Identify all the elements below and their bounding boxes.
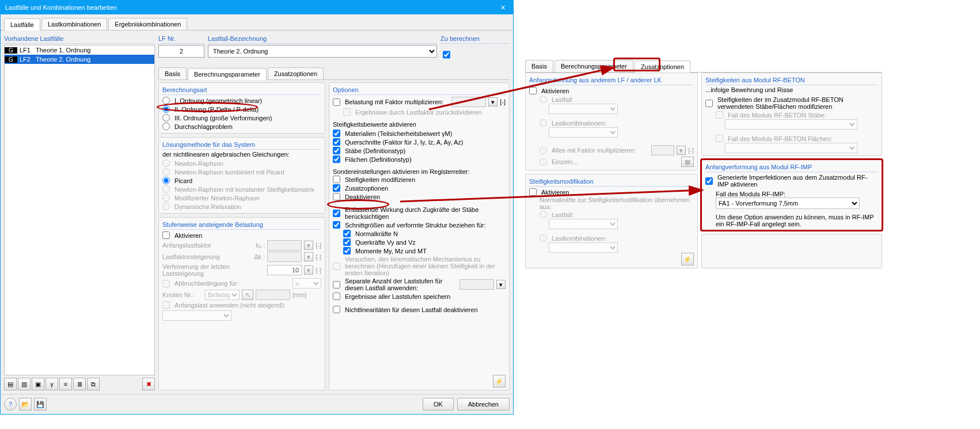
knoten-select: Beliebig (205, 290, 240, 300)
panel-anfangsdehnung: Anfangsdehnung aus anderem LF / anderer … (525, 73, 698, 170)
step-f3-input (267, 265, 302, 275)
imp-select[interactable]: FA1 - Vorverformung 7,5mm (716, 198, 860, 209)
bez-select[interactable]: Theorie 2. Ordnung (208, 45, 437, 58)
tb-gamma-icon[interactable]: γ (45, 378, 58, 390)
cb-beton-mod[interactable]: Steifigkeiten der im Zusatzmodul RF-BETO… (705, 96, 878, 111)
radio-ordnung1[interactable]: I. Ordnung (geometrisch linear) (162, 96, 321, 105)
main-tabs: Lastfälle Lastkombinationen Ergebniskomb… (1, 14, 513, 31)
step-header: Stufenweise ansteigende Belastung (162, 220, 321, 230)
spinner-icon: ▾ (677, 146, 686, 155)
lc-list[interactable]: G LF1 Theorie 1. Ordnung G LF2 Theorie 2… (4, 45, 155, 375)
cb-sm-akt[interactable]: Aktivieren (529, 188, 694, 196)
cb-entlastend[interactable]: Entlastende Wirkung durch Zugkräfte der … (333, 206, 506, 221)
cb-beton-staebe: Fall des Moduls RF-BETON Stäbe: (705, 111, 878, 119)
step-f2-input (267, 252, 302, 262)
laststufen-input (459, 279, 494, 290)
beton-sub: ...infolge Bewehrung und Risse (705, 86, 878, 93)
open-icon[interactable]: 📂 (19, 398, 32, 411)
tb-new-icon[interactable]: ▤ (4, 378, 17, 390)
tb-list1-icon[interactable]: ≡ (59, 378, 72, 390)
spinner-icon: ▾ (488, 97, 497, 107)
anf-lf-select (549, 104, 618, 114)
cb-flaechen[interactable]: Flächen (Definitionstyp) (333, 155, 506, 164)
imp-header: Anfangverformung aus Modul RF-IMP (705, 162, 878, 172)
lfnr-input[interactable] (158, 45, 204, 58)
dialog-loadcases: Lastfälle und Kombinationen bearbeiten ✕… (0, 0, 514, 415)
help-icon[interactable]: ? (4, 398, 17, 411)
cb-normalkraefte[interactable]: Normalkräfte N (333, 229, 506, 238)
subtab-zusatzoptionen[interactable]: Zusatzoptionen (268, 67, 324, 79)
cb-mat[interactable]: Materialien (Teilsicherheitsbeiwert γM) (333, 129, 506, 138)
pick-icon: ↖ (242, 290, 253, 300)
cb-anf-akt[interactable]: Aktivieren (529, 86, 694, 95)
calc-checkbox[interactable] (443, 48, 450, 61)
rb-anf-single: Einzeln...▦ (529, 156, 694, 168)
cb-anfangslast: Anfangslast anwenden (nicht steigend): (162, 301, 321, 309)
cb-querkraefte[interactable]: Querkräfte Vy and Vz (333, 238, 506, 246)
radio-ordnung2[interactable]: II. Ordnung (P-Delta / P-delta) (162, 105, 321, 113)
lightning-icon[interactable]: ⚡ (493, 375, 506, 388)
cb-schnitt-verformt[interactable]: Schnittgrößen auf verformte Struktur bez… (333, 221, 506, 229)
imp-label: Fall des Moduls RF-IMP: (705, 191, 878, 198)
calc-label: Zu berechnen (440, 34, 510, 44)
spinner-icon: ▾ (304, 252, 313, 261)
radio-newton: Newton-Raphson (162, 159, 321, 168)
tb-copy-icon[interactable]: ▣ (32, 378, 44, 390)
radio-mod-newton: Modifizierter Newton-Raphson (162, 193, 321, 202)
cb-abbruch: Abbruchbedingung für:u (162, 278, 321, 289)
lc-row-2[interactable]: G LF2 Theorie 2. Ordnung (5, 55, 154, 64)
panel-stufenweise: Stufenweise ansteigende Belastung Aktivi… (158, 217, 325, 390)
beton-header: Steifigkeiten aus Modul RF-BETON (705, 75, 878, 85)
tb-delete-icon[interactable]: ✖ (142, 378, 155, 390)
cb-imp-akt[interactable]: Generierte Imperfektionen aus dem Zusatz… (705, 173, 878, 188)
tb-add-icon[interactable]: ▥ (18, 378, 31, 390)
tb-list2-icon[interactable]: ≣ (73, 378, 86, 390)
cb-staebe[interactable]: Stäbe (Definitionstyp) (333, 146, 506, 155)
cb-nichtlin-deakt[interactable]: Nichtlinearitäten für diesen Lastfall de… (333, 305, 506, 314)
tab-ergebniskombinationen[interactable]: Ergebniskombinationen (108, 18, 187, 30)
cb-zusatzoptionen[interactable]: Zusatzoptionen (333, 184, 506, 192)
cb-beton-flaechen: Fall des Moduls RF-BETON Flächen: (705, 134, 878, 143)
tb-list3-icon[interactable]: ⧉ (87, 378, 100, 390)
anf-header: Anfangsdehnung aus anderem LF / anderer … (529, 75, 694, 85)
radio-picard[interactable]: Picard (162, 176, 321, 185)
tab-lastfaelle[interactable]: Lastfälle (4, 18, 40, 31)
lfnr-label: LF Nr. (158, 34, 204, 44)
cb-steif-mod[interactable]: Steifigkeiten modifizieren (333, 175, 506, 184)
rb-anf-all: Alles mit Faktor multiplizieren:▾[-] (529, 145, 694, 156)
anf-lk-select (549, 127, 618, 138)
cb-querschnitte[interactable]: Querschnitte (Faktor für J, Iy, Iz, A, A… (333, 138, 506, 146)
subtab-berechnungsparameter[interactable]: Berechnungsparameter (188, 68, 267, 80)
zp-tab-berechnung[interactable]: Berechnungsparameter (554, 60, 633, 72)
calcart-header: Berechnungsart (162, 85, 321, 95)
radio-durchschlag[interactable]: Durchschlagproblem (162, 122, 321, 131)
lc-row-1[interactable]: G LF1 Theorie 1. Ordnung (5, 45, 154, 55)
subtab-basis[interactable]: Basis (158, 67, 187, 79)
cb-ergebnisse-speichern[interactable]: Ergebnisse aller Laststufen speichern (333, 292, 506, 301)
panel-steifmod: Steifigkeitsmodifikation Aktivieren Norm… (525, 174, 698, 268)
lightning-icon[interactable]: ⚡ (681, 253, 694, 265)
cb-step-activate[interactable]: Aktivieren (162, 231, 321, 240)
titlebar: Lastfälle und Kombinationen bearbeiten ✕ (1, 1, 513, 14)
close-icon[interactable]: ✕ (497, 4, 508, 12)
special-header: Sondereinstellungen aktivieren im Regist… (333, 168, 506, 175)
step-f1-input (267, 240, 302, 250)
lc-tag-2: G (5, 56, 17, 63)
radio-newton-const: Newton-Raphson mit konstanter Steifigkei… (162, 185, 321, 193)
cb-separate-laststufen[interactable]: Separate Anzahl der Laststufen für diese… (333, 277, 506, 292)
cb-deaktivieren[interactable]: Deaktivieren (333, 192, 506, 201)
cb-momente[interactable]: Momente My, Mz und MT (333, 246, 506, 255)
cb-faktor-mult[interactable]: Belastung mit Faktor multiplizieren:▾[-] (333, 96, 506, 108)
ok-button[interactable]: OK (423, 398, 454, 411)
zp-tab-zusatz[interactable]: Zusatzoptionen (635, 60, 690, 73)
beton-flaechen-select (725, 143, 857, 153)
tab-lastkombinationen[interactable]: Lastkombinationen (41, 18, 107, 30)
radio-ordnung3[interactable]: III. Ordnung (große Verformungen) (162, 113, 321, 122)
save-icon[interactable]: 💾 (34, 398, 47, 411)
zp-tab-basis[interactable]: Basis (525, 60, 553, 72)
radio-newton-picard: Newton-Raphson kombiniert mit Picard (162, 168, 321, 176)
table-icon: ▦ (681, 157, 694, 167)
cancel-button[interactable]: Abbrechen (457, 398, 510, 411)
rb-anf-lf: Lastfall: (529, 95, 694, 104)
step-f5-input (256, 290, 290, 300)
